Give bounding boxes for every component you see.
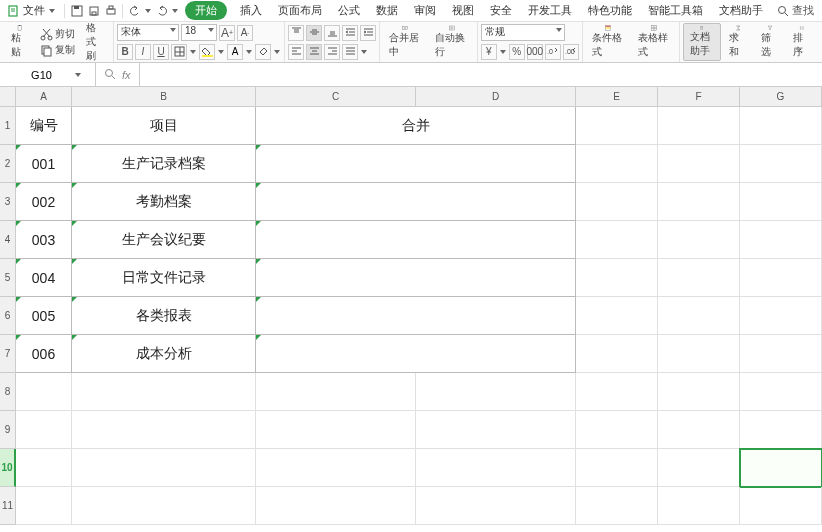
dec-decimal-button[interactable]: .00	[563, 44, 579, 60]
cell-A4[interactable]: 003	[16, 221, 72, 259]
currency-dd[interactable]	[499, 50, 507, 54]
cell-B9[interactable]	[72, 411, 256, 449]
column-header-B[interactable]: B	[72, 87, 256, 107]
tab-security[interactable]: 安全	[483, 1, 519, 20]
column-header-E[interactable]: E	[576, 87, 658, 107]
cell-G7[interactable]	[740, 335, 822, 373]
column-header-D[interactable]: D	[416, 87, 576, 107]
row-header-10[interactable]: 10	[0, 449, 16, 487]
cell-C10[interactable]	[256, 449, 416, 487]
indent-dec-button[interactable]	[342, 25, 358, 41]
cell-E6[interactable]	[576, 297, 658, 335]
file-menu[interactable]: 文件	[4, 3, 60, 18]
paste-button[interactable]: 粘贴	[5, 23, 35, 61]
cut-button[interactable]: 剪切	[37, 26, 78, 42]
cell-E7[interactable]	[576, 335, 658, 373]
tab-review[interactable]: 审阅	[407, 1, 443, 20]
cell-F3[interactable]	[658, 183, 740, 221]
cond-format-button[interactable]: 条件格式	[586, 23, 630, 61]
print-preview-icon[interactable]	[86, 3, 101, 18]
save-icon[interactable]	[69, 3, 84, 18]
cell-G5[interactable]	[740, 259, 822, 297]
name-box-input[interactable]	[14, 69, 70, 81]
row-header-1[interactable]: 1	[0, 107, 16, 145]
align-center-button[interactable]	[306, 44, 322, 60]
cell-F5[interactable]	[658, 259, 740, 297]
number-format-select[interactable]: 常规	[481, 24, 565, 41]
cell-E11[interactable]	[576, 487, 658, 525]
column-header-A[interactable]: A	[16, 87, 72, 107]
cell-A9[interactable]	[16, 411, 72, 449]
cell-A7[interactable]: 006	[16, 335, 72, 373]
underline-button[interactable]: U	[153, 44, 169, 60]
row-header-2[interactable]: 2	[0, 145, 16, 183]
cell-F8[interactable]	[658, 373, 740, 411]
cell-C5[interactable]	[256, 259, 576, 297]
font-size-select[interactable]: 18	[181, 24, 217, 41]
clear-dd[interactable]	[273, 50, 281, 54]
increase-font-button[interactable]: A+	[219, 25, 235, 41]
cell-B4[interactable]: 生产会议纪要	[72, 221, 256, 259]
fill-color-button[interactable]	[199, 44, 215, 60]
cell-A10[interactable]	[16, 449, 72, 487]
cell-C2[interactable]	[256, 145, 576, 183]
row-header-6[interactable]: 6	[0, 297, 16, 335]
cell-G8[interactable]	[740, 373, 822, 411]
tab-insert[interactable]: 插入	[233, 1, 269, 20]
merge-center-button[interactable]: 合并居中	[383, 23, 427, 61]
decrease-font-button[interactable]: A-	[237, 25, 253, 41]
tab-data[interactable]: 数据	[369, 1, 405, 20]
cell-D8[interactable]	[416, 373, 576, 411]
row-header-3[interactable]: 3	[0, 183, 16, 221]
cell-B10[interactable]	[72, 449, 256, 487]
column-header-C[interactable]: C	[256, 87, 416, 107]
sum-button[interactable]: 求和	[723, 23, 753, 61]
cell-E10[interactable]	[576, 449, 658, 487]
cell-E9[interactable]	[576, 411, 658, 449]
column-header-F[interactable]: F	[658, 87, 740, 107]
cell-B11[interactable]	[72, 487, 256, 525]
name-box[interactable]	[0, 63, 96, 86]
tab-dochelper[interactable]: 文档助手	[712, 1, 770, 20]
cell-A8[interactable]	[16, 373, 72, 411]
tab-formula[interactable]: 公式	[331, 1, 367, 20]
bold-button[interactable]: B	[117, 44, 133, 60]
fill-dd[interactable]	[217, 50, 225, 54]
font-name-select[interactable]: 宋体	[117, 24, 179, 41]
cell-A11[interactable]	[16, 487, 72, 525]
align-top-button[interactable]	[288, 25, 304, 41]
cell-C8[interactable]	[256, 373, 416, 411]
sort-button[interactable]: 排序	[787, 23, 817, 61]
clear-format-button[interactable]	[255, 44, 271, 60]
cell-A3[interactable]: 002	[16, 183, 72, 221]
cell-G11[interactable]	[740, 487, 822, 525]
cell-C1[interactable]: 合并	[256, 107, 576, 145]
table-style-button[interactable]: 表格样式	[632, 23, 676, 61]
cell-C6[interactable]	[256, 297, 576, 335]
cell-F4[interactable]	[658, 221, 740, 259]
percent-button[interactable]: %	[509, 44, 525, 60]
tab-view[interactable]: 视图	[445, 1, 481, 20]
cell-B6[interactable]: 各类报表	[72, 297, 256, 335]
format-painter-button[interactable]: 格式刷	[80, 23, 110, 61]
cell-B3[interactable]: 考勤档案	[72, 183, 256, 221]
cell-A5[interactable]: 004	[16, 259, 72, 297]
cell-A2[interactable]: 001	[16, 145, 72, 183]
cell-F11[interactable]	[658, 487, 740, 525]
redo-icon[interactable]	[154, 3, 169, 18]
row-header-9[interactable]: 9	[0, 411, 16, 449]
cell-E4[interactable]	[576, 221, 658, 259]
justify-dd[interactable]	[360, 50, 368, 54]
currency-button[interactable]: ¥	[481, 44, 497, 60]
inc-decimal-button[interactable]: .0	[545, 44, 561, 60]
cell-G10[interactable]	[740, 449, 822, 487]
cell-C3[interactable]	[256, 183, 576, 221]
cell-B1[interactable]: 项目	[72, 107, 256, 145]
align-middle-button[interactable]	[306, 25, 322, 41]
cell-D10[interactable]	[416, 449, 576, 487]
border-dd[interactable]	[189, 50, 197, 54]
cell-E1[interactable]	[576, 107, 658, 145]
align-right-button[interactable]	[324, 44, 340, 60]
cell-A1[interactable]: 编号	[16, 107, 72, 145]
cell-A6[interactable]: 005	[16, 297, 72, 335]
